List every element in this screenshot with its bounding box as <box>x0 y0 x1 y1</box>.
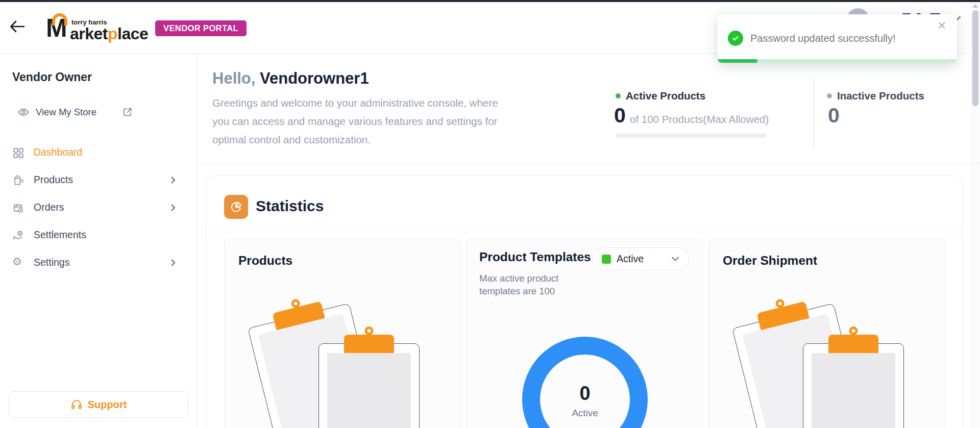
chevron-down-icon <box>670 255 680 263</box>
chevron-right-icon <box>168 258 178 267</box>
sidebar-item-label: Settlements <box>34 229 86 241</box>
view-my-store-label: View My Store <box>36 107 96 118</box>
marketplace-logo[interactable]: M torry harris arketplace <box>46 11 158 48</box>
sidebar-item-settlements[interactable]: $ Settlements <box>0 222 197 249</box>
pie-chart-icon <box>224 195 248 219</box>
inactive-products-value: 0 <box>828 104 840 128</box>
chevron-right-icon <box>168 175 178 185</box>
welcome-text-line: you can access and manage various featur… <box>212 115 497 128</box>
clipboard-ring <box>849 326 858 335</box>
products-card-title: Products <box>238 254 292 268</box>
clipboard-paper <box>327 353 411 428</box>
statistics-header-divider <box>207 232 962 232</box>
product-templates-title: Product Templates <box>479 250 591 264</box>
templates-status-dropdown[interactable]: Active <box>592 247 689 270</box>
statistics-panel: Statistics Products Product Templates Ac… <box>206 175 963 428</box>
clipboard-illustration-front <box>803 343 904 428</box>
external-link-icon <box>121 106 134 118</box>
sidebar: Vendor Owner View My Store Dashboard Pro… <box>0 54 197 428</box>
templates-note-line: templates are 100 <box>479 286 555 297</box>
orders-box-icon <box>12 202 24 214</box>
chevron-right-icon <box>168 203 178 212</box>
toast-progress-track <box>718 59 957 63</box>
greeting-prefix: Hello, <box>212 69 255 87</box>
eye-icon <box>17 106 30 118</box>
products-card: Products <box>224 239 461 428</box>
active-products-value: 0 <box>614 104 626 128</box>
sidebar-item-products[interactable]: Products <box>0 167 197 194</box>
support-button[interactable]: Support <box>9 391 188 418</box>
toast-notification: Password updated successfully! × <box>718 14 957 63</box>
active-products-progressbar <box>616 134 767 138</box>
vendor-portal-badge: VENDOR PORTAL <box>155 20 247 36</box>
clipboard-illustration-front <box>318 343 420 428</box>
product-templates-card: Product Templates Active Max active prod… <box>466 239 703 428</box>
sidebar-item-label: Products <box>34 174 73 186</box>
templates-status-value: Active <box>617 253 644 265</box>
back-arrow-icon[interactable] <box>7 16 30 39</box>
donut-center-label: Active <box>467 408 703 419</box>
clipboard-ring <box>365 326 374 335</box>
status-green-swatch <box>602 255 611 264</box>
toast-progress-fill <box>718 59 757 63</box>
logo-word-post: lace <box>117 24 148 43</box>
inactive-products-label: Inactive Products <box>837 90 924 102</box>
logo-word-pre: arket <box>70 24 108 43</box>
sidebar-item-label: Orders <box>34 202 64 213</box>
order-shipment-card: Order Shipment <box>708 239 945 428</box>
sidebar-item-dashboard[interactable]: Dashboard <box>0 139 197 167</box>
clipboard-paper <box>812 353 895 428</box>
logo-bag-handle-icon <box>52 13 67 26</box>
inactive-products-dot <box>827 93 832 98</box>
scrollbar-thumb[interactable] <box>972 10 978 106</box>
logo-wordmark: arketplace <box>70 24 148 43</box>
headset-icon <box>70 398 83 411</box>
order-shipment-title: Order Shipment <box>723 254 817 268</box>
active-products-dot <box>616 93 621 98</box>
logo-word-accent: p <box>108 24 117 43</box>
sidebar-item-label: Settings <box>34 257 69 268</box>
settlements-money-hand-icon: $ <box>12 230 24 242</box>
welcome-text-line: optimal control and customization. <box>212 134 371 146</box>
toast-close-icon[interactable]: × <box>938 18 946 33</box>
donut-center-value: 0 <box>467 383 703 405</box>
templates-note-line: Max active product <box>479 273 558 284</box>
products-bag-icon <box>12 174 24 187</box>
success-check-icon <box>728 31 743 46</box>
view-my-store-link[interactable]: View My Store <box>15 104 143 122</box>
sidebar-item-label: Dashboard <box>34 146 82 158</box>
statistics-title: Statistics <box>256 197 324 215</box>
svg-text:$: $ <box>19 231 21 236</box>
sidebar-item-orders[interactable]: Orders <box>0 194 197 222</box>
stats-vertical-divider <box>814 78 814 149</box>
support-label: Support <box>88 399 127 411</box>
active-products-max-text: of 100 Products(Max Allowed) <box>630 113 769 125</box>
section-divider <box>198 163 980 164</box>
greeting-username: Vendorowner1 <box>260 69 369 87</box>
active-products-label: Active Products <box>626 90 705 102</box>
page-greeting: Hello, Vendorowner1 <box>212 69 369 88</box>
toast-message: Password updated successfully! <box>750 33 896 44</box>
dashboard-grid-icon <box>12 147 24 159</box>
settings-gear-icon: ⚙ <box>12 256 22 268</box>
sidebar-item-settings[interactable]: ⚙ Settings <box>0 249 197 277</box>
welcome-text-line: Greetings and welcome to your administra… <box>212 97 498 109</box>
sidebar-role-title: Vendor Owner <box>12 70 92 84</box>
scrollbar-up-arrow[interactable] <box>973 4 978 8</box>
